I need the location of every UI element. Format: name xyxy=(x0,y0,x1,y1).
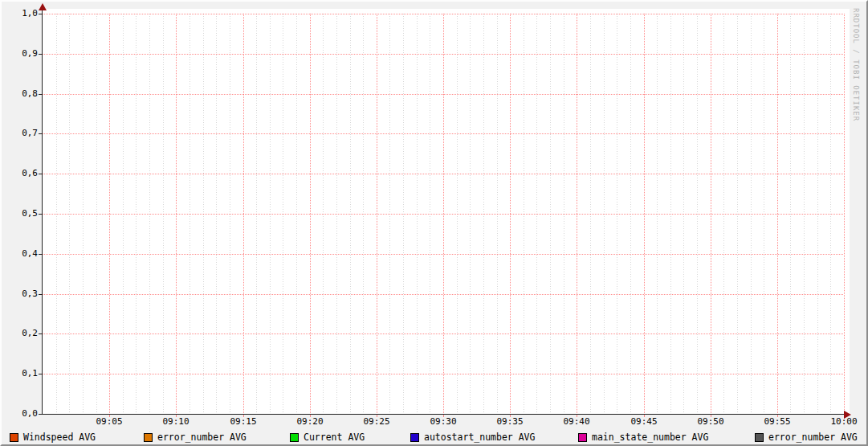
x-tick-label: 10:00 xyxy=(826,417,862,427)
grid-line-major-horizontal xyxy=(43,374,844,374)
legend-color-swatch-icon xyxy=(10,433,18,442)
y-axis-arrow-icon xyxy=(39,3,47,10)
x-tick-label: 09:35 xyxy=(492,417,528,427)
x-tick-label: 09:05 xyxy=(92,417,127,427)
y-tick-label: 0,1 xyxy=(2,369,38,378)
y-tick-label: 0,0 xyxy=(2,409,38,419)
legend-label: Current AVG xyxy=(304,432,365,443)
grid-line-major-horizontal xyxy=(43,333,844,334)
legend-item: Current AVG xyxy=(290,432,365,443)
x-tick-label: 09:20 xyxy=(292,417,328,427)
y-tick-label: 0,6 xyxy=(2,169,38,178)
grid-line-major-horizontal xyxy=(43,214,844,215)
y-axis-line xyxy=(42,9,43,415)
x-tick-label: 09:40 xyxy=(559,417,594,427)
y-tick-label: 0,3 xyxy=(2,289,38,299)
grid-line-major-horizontal xyxy=(43,254,844,255)
legend-item: autostart_number AVG xyxy=(410,432,535,443)
x-tick-label: 09:50 xyxy=(693,417,728,427)
x-tick-label: 09:25 xyxy=(359,417,394,427)
grid-line-major-horizontal xyxy=(43,294,844,295)
legend-label: error_number AVG xyxy=(768,432,858,443)
legend-item: Windspeed AVG xyxy=(10,432,96,443)
legend-label: main_state_number AVG xyxy=(592,432,708,443)
y-tick-label: 0,9 xyxy=(2,49,38,59)
legend-item: error_number AVG xyxy=(755,432,858,443)
legend-label: error_number AVG xyxy=(157,432,247,443)
grid-line-major-horizontal xyxy=(43,174,844,174)
legend-item: main_state_number AVG xyxy=(578,432,708,443)
legend-color-swatch-icon xyxy=(144,433,153,442)
legend-label: autostart_number AVG xyxy=(424,432,535,443)
x-tick-label: 09:55 xyxy=(760,417,795,427)
legend-color-swatch-icon xyxy=(410,433,419,442)
y-tick-label: 1,0 xyxy=(2,9,38,18)
y-tick-label: 0,5 xyxy=(2,209,38,219)
grid-line-major-horizontal xyxy=(43,14,844,14)
x-tick-label: 09:15 xyxy=(226,417,261,427)
x-tick-label: 09:10 xyxy=(158,417,194,427)
rrdtool-graph: 1,00,90,80,70,60,50,40,30,20,10,0 09:050… xyxy=(0,0,868,446)
grid-line-major-vertical xyxy=(844,14,845,414)
y-tick-label: 0,2 xyxy=(2,329,38,338)
legend-item: error_number AVG xyxy=(144,432,247,443)
watermark-text: RRDTOOL / TOBI OETIKER xyxy=(852,8,860,121)
x-tick-label: 09:45 xyxy=(626,417,662,427)
legend-color-swatch-icon xyxy=(578,433,587,442)
y-tick-label: 0,8 xyxy=(2,89,38,99)
grid-line-major-horizontal xyxy=(43,133,844,134)
grid-line-major-horizontal xyxy=(43,54,844,55)
x-tick-label: 09:30 xyxy=(426,417,461,427)
legend-color-swatch-icon xyxy=(755,433,764,442)
grid-line-major-horizontal xyxy=(43,94,844,95)
legend-label: Windspeed AVG xyxy=(23,432,96,443)
y-tick-label: 0,4 xyxy=(2,249,38,259)
legend-color-swatch-icon xyxy=(290,433,299,442)
x-axis-line xyxy=(39,414,845,415)
y-tick-label: 0,7 xyxy=(2,129,38,138)
